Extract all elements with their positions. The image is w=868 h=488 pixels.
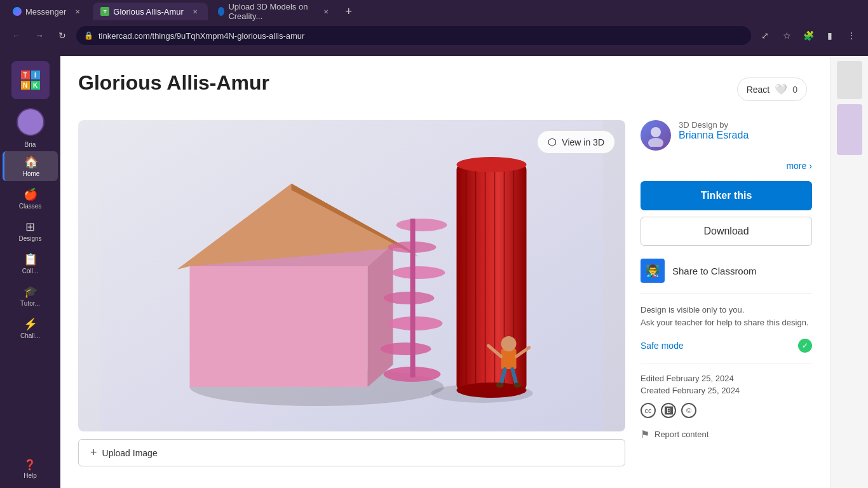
challenges-label: Chall... <box>20 332 40 339</box>
react-label: React <box>747 85 770 95</box>
svg-point-33 <box>514 383 522 388</box>
messenger-favicon <box>13 7 22 16</box>
3d-scene-svg <box>78 120 625 431</box>
tab-close-tinkercad[interactable]: ✕ <box>190 6 200 17</box>
created-date: Created February 25, 2024 <box>641 386 812 395</box>
collections-icon: 📋 <box>24 252 37 266</box>
logo-n: N <box>21 81 30 90</box>
browser-actions: ⤢ ☆ 🧩 ▮ ⋮ <box>756 27 860 44</box>
preview-section: ⬡ View in 3D + Upload Image <box>78 120 625 466</box>
designed-by-label: 3D Design by <box>679 120 749 130</box>
user-avatar[interactable] <box>17 108 44 136</box>
sidebar-item-tutorials[interactable]: 🎓 Tutor... <box>3 281 58 311</box>
tab-messenger[interactable]: Messenger ✕ <box>5 3 90 20</box>
tab-close-messenger[interactable]: ✕ <box>72 6 83 17</box>
tab-label-tinkercad: Glorious Allis-Amur <box>113 7 184 17</box>
home-label: Home <box>23 170 40 177</box>
address-bar[interactable]: 🔒 tinkercad.com/things/9uTqhXmpm4N-glori… <box>76 26 751 45</box>
app-layout: T I N K Bria 🏠 Home 🍎 Classes ⊞ Designs … <box>0 56 868 488</box>
sidebar-item-classes[interactable]: 🍎 Classes <box>3 184 58 214</box>
screen-cast-button[interactable]: ⤢ <box>756 27 774 44</box>
designer-text: 3D Design by Brianna Esrada <box>679 120 749 141</box>
bookmark-button[interactable]: ☆ <box>778 27 796 44</box>
forward-button[interactable]: → <box>31 27 48 44</box>
share-classroom-row[interactable]: 👨‍🏫 Share to Classroom <box>641 259 812 294</box>
plus-icon: + <box>90 446 97 459</box>
svg-rect-3 <box>190 266 368 387</box>
back-button[interactable]: ← <box>8 27 25 44</box>
designs-icon: ⊞ <box>25 220 35 234</box>
sidebar-item-home[interactable]: 🏠 Home <box>3 151 58 181</box>
edited-date: Edited February 25, 2024 <box>641 374 812 383</box>
preview-container: ⬡ View in 3D <box>78 120 625 431</box>
extensions-button[interactable]: 🧩 <box>799 27 817 44</box>
svg-point-22 <box>392 266 445 279</box>
share-classroom-label: Share to Classroom <box>672 266 757 276</box>
sa-icon: © <box>681 403 696 418</box>
view-in-3d-button[interactable]: ⬡ View in 3D <box>537 130 615 154</box>
help-label: Help <box>24 472 37 479</box>
upload-image-label: Upload Image <box>102 448 158 458</box>
designer-avatar <box>641 120 671 151</box>
designs-label: Designs <box>18 235 41 242</box>
more-link[interactable]: more › <box>641 161 812 171</box>
cube-icon: ⬡ <box>548 136 557 148</box>
svg-rect-26 <box>501 349 517 369</box>
tutorials-label: Tutor... <box>20 300 40 307</box>
reload-button[interactable]: ↻ <box>53 27 71 44</box>
svg-point-35 <box>648 138 663 147</box>
svg-point-24 <box>397 219 447 231</box>
sidebar-item-help[interactable]: ❓ Help <box>21 455 39 483</box>
sidebar-toggle-button[interactable]: ▮ <box>821 27 839 44</box>
designer-info: 3D Design by Brianna Esrada <box>641 120 812 151</box>
dates-section: Edited February 25, 2024 Created Februar… <box>641 374 812 395</box>
heart-icon: 🤍 <box>775 83 787 95</box>
visibility-text: Design is visible only to you.Ask your t… <box>641 304 812 329</box>
sidebar: T I N K Bria 🏠 Home 🍎 Classes ⊞ Designs … <box>0 56 60 488</box>
svg-point-32 <box>496 383 504 388</box>
svg-rect-25 <box>410 219 416 377</box>
classes-icon: 🍎 <box>24 187 37 201</box>
menu-button[interactable]: ⋮ <box>843 27 860 44</box>
tab-close-creality[interactable]: ✕ <box>322 6 330 17</box>
download-button[interactable]: Download <box>641 217 812 246</box>
sidebar-item-designs[interactable]: ⊞ Designs <box>3 216 58 246</box>
right-panel: 3D Design by Brianna Esrada more › Tinke… <box>641 120 812 466</box>
upload-image-button[interactable]: + Upload Image <box>78 439 625 466</box>
sidebar-item-collections[interactable]: 📋 Coll... <box>3 248 58 278</box>
designer-name-link[interactable]: Brianna Esrada <box>679 130 749 141</box>
tab-label-messenger: Messenger <box>25 7 66 17</box>
preview-image: ⬡ View in 3D <box>78 120 625 431</box>
collections-label: Coll... <box>22 268 39 274</box>
svg-point-27 <box>501 336 517 351</box>
tutorials-icon: 🎓 <box>24 285 37 299</box>
logo-i: I <box>31 71 40 79</box>
logo-k: K <box>31 81 40 90</box>
new-tab-button[interactable]: + <box>340 3 358 20</box>
svg-point-21 <box>384 292 435 304</box>
classroom-icon: 👨‍🏫 <box>641 259 665 283</box>
avatar-placeholder <box>18 109 43 135</box>
content-area: ⬡ View in 3D + Upload Image <box>78 120 812 466</box>
tab-label-creality: Upload 3D Models on Creality... <box>228 2 315 21</box>
tab-tinkercad[interactable]: T Glorious Allis-Amur ✕ <box>93 3 208 20</box>
report-content-row[interactable]: ⚑ Report content <box>641 428 812 440</box>
license-row: cc 🅱 © <box>641 403 812 418</box>
browser-chrome: Messenger ✕ T Glorious Allis-Amur ✕ Uplo… <box>0 0 868 56</box>
right-scroll-area <box>830 56 868 488</box>
svg-point-34 <box>651 127 661 137</box>
svg-point-19 <box>381 342 431 355</box>
tinker-this-button[interactable]: Tinker this <box>641 181 812 210</box>
tinkercad-favicon: T <box>100 7 109 16</box>
tab-creality[interactable]: Upload 3D Models on Creality... ✕ <box>210 3 337 20</box>
creality-favicon <box>218 7 225 16</box>
react-count: 0 <box>792 85 797 95</box>
classes-label: Classes <box>19 203 42 210</box>
chevron-right-icon: › <box>809 161 812 171</box>
safe-mode-row: Safe mode ✓ <box>641 339 812 363</box>
sidebar-item-challenges[interactable]: ⚡ Chall... <box>3 313 58 343</box>
tinkercad-logo[interactable]: T I N K <box>11 61 50 99</box>
safe-mode-link[interactable]: Safe mode <box>641 341 684 351</box>
by-icon: 🅱 <box>661 403 676 418</box>
react-button[interactable]: React 🤍 0 <box>737 78 807 101</box>
